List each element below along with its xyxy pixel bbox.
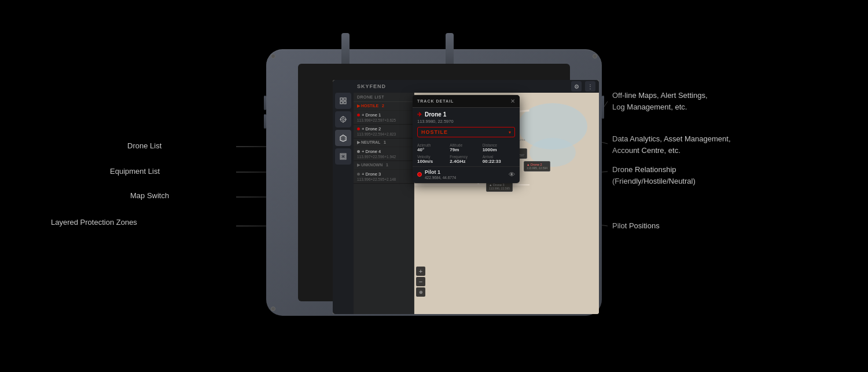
screw-tr <box>593 54 597 59</box>
svg-rect-21 <box>341 155 345 159</box>
sidebar <box>333 80 354 314</box>
svg-rect-11 <box>344 101 346 104</box>
drone-item-4[interactable]: + Drone 4 113.997+22.596+1.942 <box>354 147 414 161</box>
locate-button[interactable]: ⊕ <box>416 287 425 297</box>
frequency-cell: Frequency 2.4GHz <box>450 155 482 164</box>
pilot-info: Pilot 1 422.9684, 44.6774 <box>417 169 456 180</box>
volume-up-button[interactable] <box>264 96 266 110</box>
arrival-cell: Arrival 00:22:33 <box>483 155 515 164</box>
status-label: HOSTILE <box>421 129 448 135</box>
layered-protection-button[interactable] <box>335 148 351 165</box>
svg-marker-19 <box>341 136 345 141</box>
zoom-out-button[interactable]: − <box>416 277 425 286</box>
track-pilot-row: Pilot 1 422.9684, 44.6774 👁 <box>413 166 520 183</box>
map-marker-drone2[interactable]: ▲ Drone 2 113.995, 22.594 <box>524 161 550 172</box>
top-bar: SKYFEND ⚙ ⋮ <box>354 80 599 93</box>
screw-bl <box>271 307 275 311</box>
antenna-right <box>446 33 454 68</box>
svg-rect-22 <box>342 155 344 158</box>
drone-item-2[interactable]: + Drone 2 113.995+22.594+2.823 <box>354 125 414 138</box>
equipment-list-button[interactable] <box>335 111 351 127</box>
drone-list-button[interactable] <box>335 93 351 109</box>
track-detail-header: TRACK DETAIL ✕ <box>413 95 520 108</box>
equipment-list-label: Equipment List <box>110 167 160 176</box>
screw-tl <box>271 54 275 59</box>
hostile-group-label: ▶ HOSTILE 2 <box>354 102 414 111</box>
pilot-name: Pilot 1 <box>425 169 456 175</box>
pilot-visibility-icon[interactable]: 👁 <box>509 171 515 178</box>
track-detail-close[interactable]: ✕ <box>510 98 515 104</box>
more-options-icon[interactable]: ⋮ <box>585 81 595 92</box>
drone-list-header: DRONE LIST <box>354 93 414 102</box>
drone-list-panel: DRONE LIST ▶ HOSTILE 2 + Drone 1 113.998… <box>354 93 414 314</box>
zoom-in-button[interactable]: + <box>416 267 425 276</box>
track-data-grid: Azimuth 40° Altitude 79m Distance 1000m <box>413 141 520 166</box>
screen-bezel: City Area Region ▲ Drone 1 113.998, 22.5… <box>298 64 570 301</box>
status-arrow-icon: ▾ <box>509 130 511 135</box>
altitude-cell: Altitude 79m <box>450 143 482 152</box>
layered-protection-label: Layered Protection Zones <box>51 218 137 227</box>
track-detail-title: TRACK DETAIL <box>417 99 454 103</box>
power-button[interactable] <box>602 96 604 119</box>
velocity-cell: Velocity 100m/s <box>417 155 450 164</box>
brand-logo: SKYFEND <box>357 83 386 89</box>
antenna-left <box>341 33 350 68</box>
volume-down-button[interactable] <box>264 114 266 129</box>
status-dropdown[interactable]: HOSTILE ▾ <box>417 127 515 137</box>
svg-rect-9 <box>344 98 346 100</box>
svg-rect-10 <box>340 101 343 104</box>
drone-item-3[interactable]: + Drone 3 113.996+22.595+2.148 <box>354 170 414 184</box>
azimuth-cell: Azimuth 40° <box>417 143 450 152</box>
svg-rect-8 <box>340 98 343 100</box>
map-switch-label: Map Switch <box>130 191 169 200</box>
track-status-row: HOSTILE ▾ <box>413 127 520 141</box>
pilot-positions-label: Pilot Positions <box>612 221 660 230</box>
svg-point-13 <box>342 118 344 121</box>
map-switch-button[interactable] <box>335 130 351 146</box>
screen: City Area Region ▲ Drone 1 113.998, 22.5… <box>333 80 599 314</box>
neutral-group-label: ▶ NEUTRAL 1 <box>354 138 414 147</box>
drone-icon: ✈ <box>417 111 422 118</box>
settings-icon[interactable]: ⚙ <box>571 81 582 92</box>
track-detail-popup: TRACK DETAIL ✕ ✈ Drone 1 113.9980, 22.59… <box>413 95 520 183</box>
pilot-dot <box>417 172 422 177</box>
track-drone-coords: 113.9980, 22.5970 <box>413 119 520 127</box>
drone-item-1[interactable]: + Drone 1 113.998+22.597+3.625 <box>354 111 414 125</box>
track-drone-name: ✈ Drone 1 <box>413 108 520 119</box>
pilot-coords: 422.9684, 44.6774 <box>425 176 456 180</box>
data-analytics-label: Data Analytics, Asset Management,Account… <box>612 133 731 156</box>
drone-relationship-label: Drone Relationship(Friendly/Hostile/Neut… <box>612 164 696 187</box>
distance-cell: Distance 1000m <box>483 143 515 152</box>
map-controls: + − ⊕ <box>416 267 425 297</box>
drone-list-label: Drone List <box>127 141 161 150</box>
offline-maps-label: Off-line Maps, Alert Settings,Log Manage… <box>612 90 708 112</box>
unknown-group-label: ▶ UNKNOWN 1 <box>354 161 414 170</box>
